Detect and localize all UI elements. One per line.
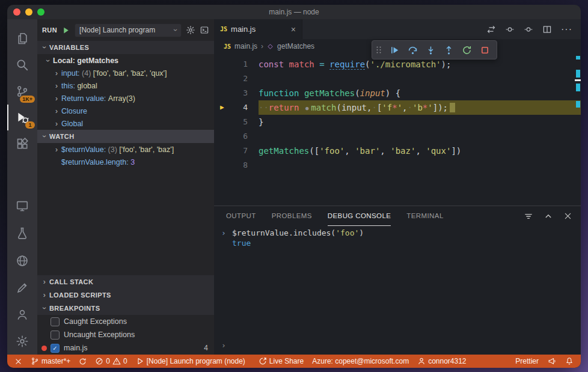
line-gutter[interactable]: 3 <box>214 86 259 100</box>
activity-item-search[interactable] <box>7 52 37 78</box>
sync-status[interactable] <box>79 358 87 365</box>
watch-section-header[interactable]: › WATCH <box>37 130 214 143</box>
loaded-scripts-section-header[interactable]: › LOADED SCRIPTS <box>37 288 214 302</box>
line-gutter[interactable]: 6 <box>214 129 259 144</box>
scope-row[interactable]: › Local: getMatches <box>37 54 214 67</box>
twistie-icon[interactable]: › <box>52 145 61 154</box>
code-text[interactable]: } <box>259 115 581 129</box>
activity-item-explorer[interactable] <box>7 25 37 52</box>
line-gutter[interactable]: 8 <box>214 158 259 172</box>
code-text[interactable]: ··return match(input,·['f*',·'b*']); <box>259 100 581 115</box>
launch-config-dropdown[interactable]: [Node] Launch program › <box>75 23 182 37</box>
activity-item-run-and-debug[interactable]: 1 <box>7 105 37 131</box>
overview-ruler[interactable] <box>574 53 581 206</box>
variables-section-header[interactable]: › VARIABLES <box>37 41 214 54</box>
live-share-status[interactable]: Live Share <box>259 357 304 365</box>
breakpoint-row[interactable]: Uncaught Exceptions <box>37 328 214 341</box>
code-editor[interactable]: 1const match = require('./micromatch');2… <box>214 53 581 206</box>
signed-in-account-status[interactable]: connor4312 <box>417 357 466 365</box>
zoom-window-button[interactable] <box>37 8 44 16</box>
breakpoint-checkbox[interactable] <box>51 317 60 326</box>
titlebar[interactable]: main.js — node <box>7 5 581 19</box>
twistie-icon[interactable]: › <box>52 107 61 115</box>
breakpoint-row[interactable]: Caught Exceptions <box>37 315 214 328</box>
maximize-panel-icon[interactable] <box>544 212 553 221</box>
code-text[interactable] <box>259 72 581 86</box>
activity-item-settings[interactable] <box>7 328 37 355</box>
tab-main-js[interactable]: JS main.js × <box>214 19 302 39</box>
remote-indicator[interactable] <box>14 358 22 365</box>
tab-close-icon[interactable]: × <box>291 25 296 34</box>
breakpoint-checkbox[interactable] <box>51 344 60 353</box>
code-text[interactable] <box>259 158 581 172</box>
split-editor-icon[interactable] <box>542 25 552 34</box>
debug-console[interactable]: $returnValue.includes('foo')true <box>214 226 581 355</box>
step-over-button[interactable] <box>405 43 421 57</box>
breadcrumb-symbol[interactable]: getMatches <box>277 42 314 50</box>
variable-row[interactable]: ›$returnValue: (3) ['foo', 'bar', 'baz'] <box>37 143 214 156</box>
line-gutter[interactable]: 2 <box>214 72 259 86</box>
code-text[interactable] <box>259 129 581 144</box>
activity-item-remote-explorer[interactable] <box>7 192 37 219</box>
activity-item-source-control[interactable]: 1K+ <box>7 78 37 105</box>
code-line[interactable]: 4··return match(input,·['f*',·'b*']); <box>214 100 581 115</box>
start-debugging-button[interactable] <box>61 26 70 35</box>
breadcrumb-file[interactable]: main.js <box>234 42 257 50</box>
breakpoint-row[interactable]: main.js4 <box>37 341 214 355</box>
filter-icon[interactable] <box>524 212 533 221</box>
continue-button[interactable] <box>387 43 403 57</box>
activity-item-testing[interactable] <box>7 219 37 247</box>
close-window-button[interactable] <box>13 8 20 16</box>
problems-status[interactable]: 0 0 <box>95 357 127 365</box>
code-text[interactable]: function getMatches(input) { <box>259 86 581 100</box>
variable-row[interactable]: ›Return value: Array(3) <box>37 92 214 105</box>
go-forward-icon[interactable] <box>524 25 533 34</box>
step-out-button[interactable] <box>441 43 457 57</box>
close-panel-icon[interactable] <box>563 212 572 221</box>
code-line[interactable]: 8 <box>214 158 581 172</box>
code-text[interactable]: getMatches(['foo', 'bar', 'baz', 'qux']) <box>259 144 581 158</box>
activity-item-accounts[interactable] <box>7 302 37 328</box>
go-back-icon[interactable] <box>505 25 515 34</box>
twistie-icon[interactable]: › <box>52 69 61 78</box>
code-line[interactable]: 3function getMatches(input) { <box>214 86 581 100</box>
code-line[interactable]: 7getMatches(['foo', 'bar', 'baz', 'qux']… <box>214 144 581 158</box>
console-input-prompt[interactable] <box>221 341 226 350</box>
twistie-icon[interactable]: › <box>52 94 61 103</box>
panel-tab-problems[interactable]: PROBLEMS <box>272 206 312 226</box>
twistie-icon[interactable]: › <box>52 120 61 128</box>
line-gutter[interactable]: 5 <box>214 115 259 129</box>
line-gutter[interactable]: 7 <box>214 144 259 158</box>
notifications-bell[interactable] <box>565 357 574 365</box>
breakpoint-checkbox[interactable] <box>51 331 60 340</box>
restart-button[interactable] <box>459 43 475 57</box>
configure-launch-button[interactable] <box>186 25 195 35</box>
variable-row[interactable]: $returnValue.length: 3 <box>37 156 214 168</box>
code-line[interactable]: 5} <box>214 115 581 129</box>
variable-row[interactable]: ›Closure <box>37 105 214 117</box>
minimize-window-button[interactable] <box>25 8 32 16</box>
open-changes-icon[interactable] <box>486 25 496 34</box>
twistie-icon[interactable]: › <box>52 82 61 90</box>
debug-launch-status[interactable]: [Node] Launch program (node) <box>136 357 245 365</box>
code-line[interactable]: 6 <box>214 129 581 144</box>
activity-item-extensions[interactable] <box>7 130 37 157</box>
azure-account-status[interactable]: Azure: copeet@microsoft.com <box>312 357 409 365</box>
panel-tab-output[interactable]: OUTPUT <box>226 206 256 226</box>
panel-tab-terminal[interactable]: TERMINAL <box>406 206 443 226</box>
feedback-button[interactable] <box>548 357 556 365</box>
step-into-button[interactable] <box>423 43 439 57</box>
call-stack-section-header[interactable]: › CALL STACK <box>37 275 214 288</box>
panel-tab-debug-console[interactable]: DEBUG CONSOLE <box>328 206 391 226</box>
twistie-icon[interactable]: › <box>44 56 52 66</box>
activity-item-live-share[interactable] <box>7 247 37 275</box>
variable-row[interactable]: ›this: global <box>37 79 214 92</box>
stop-button[interactable] <box>477 43 493 57</box>
line-gutter[interactable]: 1 <box>214 57 259 72</box>
line-gutter[interactable]: 4 <box>214 100 259 115</box>
breakpoints-section-header[interactable]: › BREAKPOINTS <box>37 302 214 315</box>
variable-row[interactable]: ›input: (4) ['foo', 'bar', 'baz', 'qux'] <box>37 67 214 79</box>
git-branch-status[interactable]: master*+ <box>31 357 70 365</box>
code-line[interactable]: 2 <box>214 72 581 86</box>
formatter-status[interactable]: Prettier <box>515 357 539 365</box>
